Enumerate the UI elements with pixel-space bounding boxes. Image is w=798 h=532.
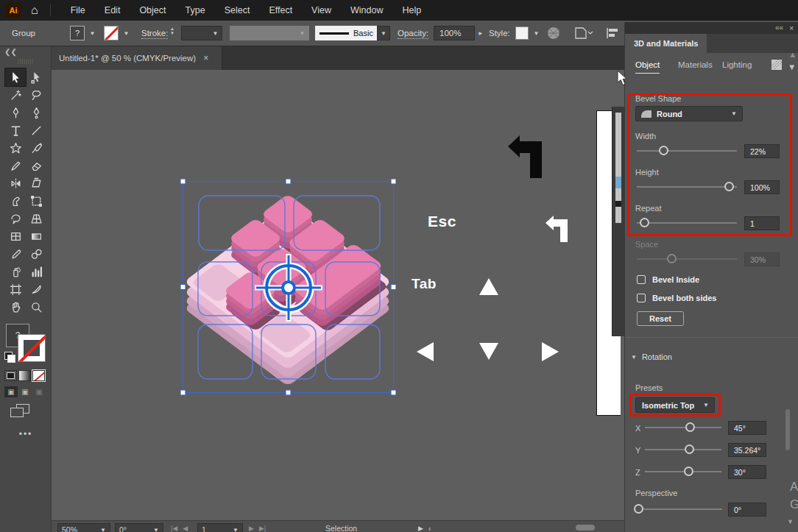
pencil-tool[interactable] [5,157,26,174]
menu-file[interactable]: File [61,0,95,21]
panel-scrollbar-thumb[interactable] [785,409,790,450]
stroke-label[interactable]: Stroke: [141,29,168,39]
opacity-expand-button[interactable]: ▼ [476,26,486,40]
repeat-value-field[interactable]: 1 [744,216,780,230]
menu-type[interactable]: Type [176,0,215,21]
direct-selection-tool[interactable] [26,68,46,86]
scroll-up-chevron[interactable]: ▲ [788,50,797,59]
gradient-tool[interactable] [26,227,46,245]
tab-lighting[interactable]: Lighting [722,60,752,69]
gradient-button[interactable] [18,370,31,381]
shear-tool[interactable] [26,174,46,192]
shaper-tool[interactable] [5,210,26,227]
none-button[interactable] [32,370,45,381]
height-value-field[interactable]: 100% [744,180,780,194]
panel-tab-3d-materials[interactable]: 3D and Materials [625,34,707,53]
brush-dropdown[interactable]: ▼ [377,26,390,40]
artboard-number-dropdown[interactable]: 1▼ [197,523,243,532]
up-arrow-artwork[interactable] [479,278,498,295]
document-tab[interactable]: Untitled-1* @ 50 % (CMYK/Preview) × [52,46,222,70]
column-graph-tool[interactable] [26,263,46,280]
stroke-color-well[interactable] [104,26,119,40]
artboard-tool[interactable] [5,280,26,298]
perspective-slider[interactable] [637,504,722,514]
rotation-dropdown[interactable]: 0°▼ [115,523,163,532]
keypad-3d-artwork[interactable] [180,179,396,396]
repeat-slider[interactable] [637,218,737,228]
panel-menu-chevron[interactable]: ▼ [788,63,796,71]
quick-actions-icon[interactable] [771,59,783,71]
symbol-sprayer-tool[interactable] [5,263,26,280]
rotate-x-slider[interactable] [645,422,721,433]
blend-tool[interactable] [26,245,46,263]
collapse-tools-icon[interactable]: ❮❮ [4,48,17,56]
stroke-swatch[interactable] [18,334,46,362]
hand-tool[interactable] [5,298,26,316]
default-fill-stroke-icon[interactable] [4,352,13,360]
pen-tool[interactable] [5,104,26,121]
align-icon[interactable] [605,26,620,40]
bevel-inside-checkbox[interactable] [637,275,646,284]
menu-help[interactable]: Help [392,0,431,21]
tab-object[interactable]: Object [635,60,660,69]
selection-tool[interactable] [5,68,26,86]
opacity-field[interactable]: 100% [434,26,475,40]
left-arrow-artwork[interactable] [417,342,434,361]
line-segment-tool[interactable] [26,121,46,139]
opacity-label[interactable]: Opacity: [398,29,428,39]
rotate-y-slider[interactable] [645,444,721,455]
fill-color-well[interactable]: ? [70,26,85,40]
recolor-artwork-icon[interactable] [546,26,561,40]
color-button[interactable] [4,370,17,381]
rotate-y-field[interactable]: 35.264° [728,443,766,457]
perspective-field[interactable]: 0° [728,503,766,517]
status-play-button[interactable]: ▶‹ [418,523,431,532]
presets-dropdown[interactable]: Isometric Top ▼ [635,397,715,413]
brush-definition-field[interactable]: Basic [315,26,377,40]
document-setup-icon[interactable] [574,26,593,40]
tab-key-label[interactable]: Tab [412,276,437,292]
stroke-weight-dropdown[interactable]: ▼ [209,26,222,40]
curvature-tool[interactable] [26,104,46,121]
close-document-icon[interactable]: × [203,53,208,63]
rotation-collapse-chevron[interactable]: ▼ [631,354,637,361]
menu-select[interactable]: Select [215,0,260,21]
style-swatch[interactable] [515,26,529,40]
reset-button[interactable]: Reset [637,311,684,326]
rotation-section-header[interactable]: ▼ Rotation [631,352,672,361]
first-artboard-button[interactable]: |◀◀ [171,523,188,532]
home-icon[interactable]: ⌂ [31,4,38,17]
rotate-z-slider[interactable] [645,467,721,477]
style-dropdown[interactable]: ▼ [530,26,543,40]
close-panel-icon[interactable]: × [789,24,794,32]
stroke-color-dropdown[interactable]: ▼ [120,26,133,40]
tools-drag-handle[interactable]: |||||||| [0,58,52,63]
menu-object[interactable]: Object [130,0,175,21]
lasso-tool[interactable] [26,86,46,104]
bevel-both-sides-checkbox[interactable] [637,294,646,302]
stroke-weight-stepper[interactable]: ▲▼ [170,27,174,35]
bevel-shape-dropdown[interactable]: Round ▼ [635,106,743,121]
slice-tool[interactable] [26,280,46,298]
width-value-field[interactable]: 22% [744,144,780,158]
menu-view[interactable]: View [302,0,341,21]
draw-behind-icon[interactable]: ▣ [18,386,32,397]
down-arrow-artwork[interactable] [479,343,498,360]
rotate-x-field[interactable]: 45° [728,421,766,435]
right-arrow-artwork[interactable] [542,342,559,361]
black-return-arrow-artwork[interactable] [508,135,543,178]
puppet-warp-tool[interactable] [5,192,26,210]
screen-mode-icon[interactable] [10,404,29,419]
white-return-arrow-artwork[interactable] [545,216,568,243]
menu-edit[interactable]: Edit [95,0,130,21]
reflect-tool[interactable] [5,174,26,192]
next-artboard-button[interactable]: ▶▶| [249,523,266,532]
width-slider[interactable] [637,146,737,156]
menu-effect[interactable]: Effect [259,0,302,21]
free-transform-tool[interactable] [26,192,46,210]
tab-materials[interactable]: Materials [678,60,713,69]
perspective-grid-tool[interactable] [26,210,46,227]
collapse-panel-icon[interactable]: «« [775,24,783,32]
esc-key-label[interactable]: Esc [428,213,456,230]
type-tool[interactable] [5,121,26,139]
